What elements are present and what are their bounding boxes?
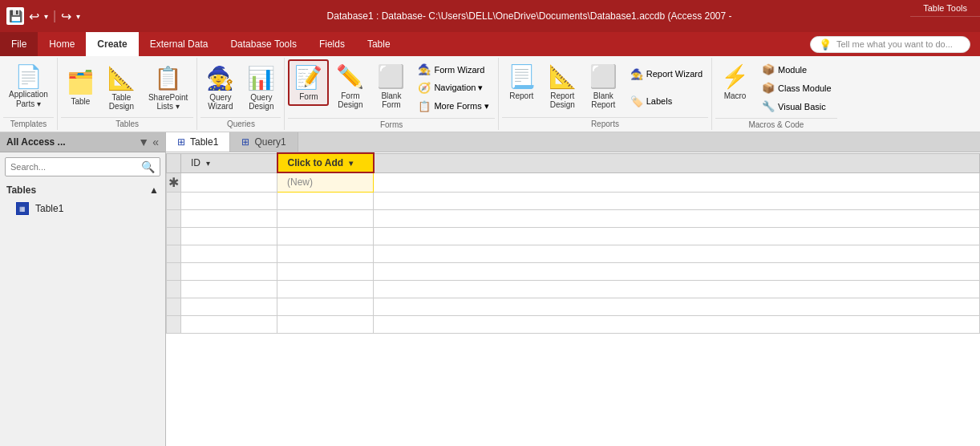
lightbulb-icon: 💡 xyxy=(819,39,832,51)
module-label: Module xyxy=(778,65,807,75)
table-label: Table xyxy=(71,97,90,106)
report-design-label: ReportDesign xyxy=(550,91,575,109)
tables-group-label: Tables xyxy=(61,117,193,128)
report-wizard-label: Report Wizard xyxy=(646,69,703,79)
query1-tab-label: Query1 xyxy=(254,136,285,148)
table-button[interactable]: 🗂️ Table xyxy=(61,65,100,110)
templates-group-label: Templates xyxy=(3,117,54,128)
table-design-button[interactable]: 📐 TableDesign xyxy=(102,61,141,115)
labels-icon: 🏷️ xyxy=(630,95,643,107)
reports-group-label: Reports xyxy=(502,117,708,128)
module-icon: 📦 xyxy=(762,63,775,75)
menu-external-data[interactable]: External Data xyxy=(139,32,220,56)
blank-form-label: BlankForm xyxy=(381,91,401,109)
report-wizard-button[interactable]: 🧙 Report Wizard xyxy=(625,66,708,83)
macro-button[interactable]: ⚡ Macro xyxy=(715,59,755,104)
sharepoint-label: SharePointLists ▾ xyxy=(148,93,188,111)
redo-button[interactable]: ↪ xyxy=(61,9,71,24)
report-design-button[interactable]: 📐 ReportDesign xyxy=(543,59,582,113)
report-design-icon: 📐 xyxy=(549,63,577,90)
quick-access-dropdown[interactable]: ▾ xyxy=(76,12,80,21)
blank-form-button[interactable]: ⬜ BlankForm xyxy=(371,59,411,113)
menu-table[interactable]: Table xyxy=(356,32,402,56)
blank-report-label: BlankReport xyxy=(591,91,615,109)
report-button[interactable]: 📃 Report xyxy=(502,59,541,104)
id-column-header[interactable]: ID ▾ xyxy=(181,153,277,172)
save-icon[interactable]: 💾 xyxy=(6,7,24,25)
row-marker-cell: ✱ xyxy=(167,172,181,192)
doc-tab-query1[interactable]: ⊞ Query1 xyxy=(230,132,298,152)
menu-fields[interactable]: Fields xyxy=(308,32,356,56)
tables-section-header[interactable]: Tables ▲ xyxy=(0,181,165,199)
search-icon[interactable]: 🔍 xyxy=(136,158,160,176)
table-tools-label: Table Tools xyxy=(910,0,980,17)
table-item-icon: ▦ xyxy=(16,202,29,215)
sidebar: All Access ... ▼ « 🔍 Tables ▲ ▦ Table1 xyxy=(0,132,166,446)
id-cell-new[interactable] xyxy=(181,172,277,192)
tables-section-label: Tables xyxy=(6,184,36,196)
query-wizard-label: QueryWizard xyxy=(208,93,233,111)
sidebar-title: All Access ... xyxy=(6,136,66,148)
click-to-add-cell-new[interactable]: (New) xyxy=(277,172,374,192)
sidebar-expand-icon[interactable]: ▼ xyxy=(138,136,149,148)
menu-create[interactable]: Create xyxy=(86,32,138,56)
table1-tab-label: Table1 xyxy=(190,136,218,148)
navigation-label: Navigation ▾ xyxy=(434,83,483,93)
table-design-label: TableDesign xyxy=(109,93,134,111)
more-forms-icon: 📋 xyxy=(418,100,431,112)
menu-database-tools[interactable]: Database Tools xyxy=(219,32,308,56)
undo-button[interactable]: ↩ xyxy=(29,9,39,24)
form-button[interactable]: 📝 Form xyxy=(288,59,329,106)
table-grid: ID ▾ Click to Add ▾ ✱ (New) xyxy=(166,152,980,446)
empty-row-2 xyxy=(167,209,980,227)
undo-dropdown[interactable]: ▾ xyxy=(44,12,48,21)
click-to-add-header[interactable]: Click to Add ▾ xyxy=(277,153,374,172)
doc-tab-table1[interactable]: ⊞ Table1 xyxy=(166,132,230,152)
main-content: ⊞ Table1 ⊞ Query1 ID ▾ Click to xyxy=(166,132,980,446)
table1-label: Table1 xyxy=(35,203,63,214)
tables-section-chevron: ▲ xyxy=(149,184,159,196)
empty-row-6 xyxy=(167,280,980,298)
labels-button[interactable]: 🏷️ Labels xyxy=(625,93,708,110)
ribbon-group-queries: 🧙 QueryWizard 📊 QueryDesign Queries xyxy=(197,58,285,130)
form-design-label: FormDesign xyxy=(338,91,362,109)
query-design-button[interactable]: 📊 QueryDesign xyxy=(241,61,281,115)
ribbon-group-forms: 📝 Form ✏️ FormDesign ⬜ BlankForm 🧙 Form … xyxy=(285,58,498,130)
sharepoint-icon: 📋 xyxy=(154,65,182,91)
sidebar-item-table1[interactable]: ▦ Table1 xyxy=(0,199,165,218)
form-wizard-button[interactable]: 🧙 Form Wizard xyxy=(412,61,494,78)
empty-header-1 xyxy=(374,153,980,172)
module-button[interactable]: 📦 Module xyxy=(756,61,837,78)
visual-basic-button[interactable]: 🔧 Visual Basic xyxy=(756,98,837,115)
macros-group-label: Macros & Code xyxy=(715,118,837,129)
class-module-button[interactable]: 📦 Class Module xyxy=(756,79,837,96)
macro-icon: ⚡ xyxy=(721,63,749,90)
application-parts-label: ApplicationParts ▾ xyxy=(9,90,48,109)
blank-report-icon: ⬜ xyxy=(589,63,618,90)
class-module-label: Class Module xyxy=(778,83,832,93)
new-row: ✱ (New) xyxy=(167,172,980,192)
more-forms-button[interactable]: 📋 More Forms ▾ xyxy=(412,98,494,115)
labels-label: Labels xyxy=(646,96,672,106)
application-parts-icon: 📄 xyxy=(14,66,43,88)
form-label: Form xyxy=(299,92,318,101)
form-wizard-icon: 🧙 xyxy=(418,63,431,75)
form-design-button[interactable]: ✏️ FormDesign xyxy=(330,59,370,113)
more-forms-label: More Forms ▾ xyxy=(434,101,488,112)
visual-basic-icon: 🔧 xyxy=(762,100,775,112)
sharepoint-lists-button[interactable]: 📋 SharePointLists ▾ xyxy=(143,61,193,115)
empty-row-4 xyxy=(167,245,980,262)
query-wizard-button[interactable]: 🧙 QueryWizard xyxy=(200,61,240,115)
menu-file[interactable]: File xyxy=(0,32,38,56)
sidebar-search-input[interactable] xyxy=(6,160,136,174)
tell-me-input[interactable]: 💡 Tell me what you want to do... xyxy=(810,36,970,53)
table-design-icon: 📐 xyxy=(107,65,136,91)
blank-report-button[interactable]: ⬜ BlankReport xyxy=(584,59,623,113)
query1-tab-icon: ⊞ xyxy=(241,136,249,148)
query-design-icon: 📊 xyxy=(247,65,275,91)
application-parts-button[interactable]: 📄 ApplicationParts ▾ xyxy=(3,62,54,113)
sidebar-collapse-icon[interactable]: « xyxy=(152,136,159,148)
menu-home[interactable]: Home xyxy=(38,32,86,56)
class-module-icon: 📦 xyxy=(762,82,775,94)
navigation-button[interactable]: 🧭 Navigation ▾ xyxy=(412,79,494,96)
